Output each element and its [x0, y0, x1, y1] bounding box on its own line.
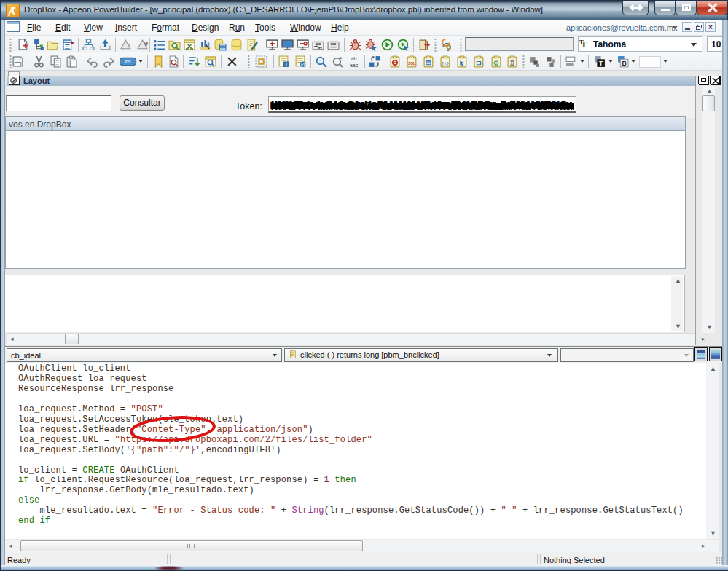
svg-text:ac: ac [352, 62, 358, 68]
svg-text:T: T [284, 61, 288, 68]
svg-text:SQL: SQL [408, 62, 415, 66]
svg-text:{x}: {x} [442, 61, 450, 66]
svg-text:Ø: Ø [301, 62, 305, 67]
svg-text:B: B [622, 60, 627, 67]
svg-text:ins: ins [125, 59, 130, 64]
svg-text:T: T [599, 60, 603, 67]
